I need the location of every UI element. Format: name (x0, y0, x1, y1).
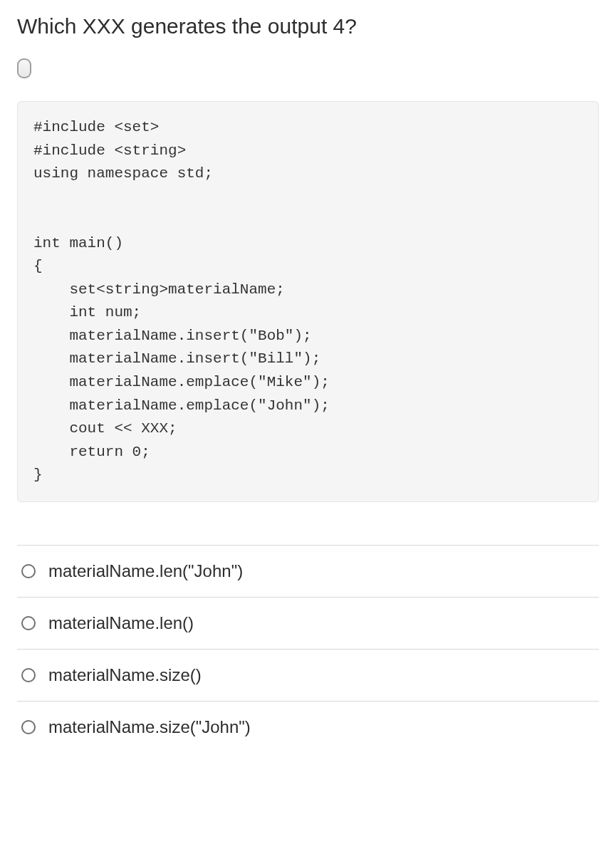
radio-icon[interactable] (21, 668, 36, 682)
option-label: materialName.len("John") (48, 561, 243, 581)
radio-icon[interactable] (21, 616, 36, 630)
option-row[interactable]: materialName.len() (17, 597, 599, 649)
option-row[interactable]: materialName.len("John") (17, 545, 599, 597)
option-row[interactable]: materialName.size() (17, 649, 599, 701)
bookmark-icon[interactable] (17, 58, 31, 78)
option-label: materialName.size("John") (48, 717, 251, 737)
option-row[interactable]: materialName.size("John") (17, 701, 599, 753)
option-label: materialName.len() (48, 613, 194, 633)
radio-icon[interactable] (21, 720, 36, 734)
flag-button-wrap (17, 58, 599, 81)
answer-options: materialName.len("John") materialName.le… (17, 545, 599, 753)
radio-icon[interactable] (21, 564, 36, 578)
option-label: materialName.size() (48, 665, 202, 685)
code-block: #include <set> #include <string> using n… (17, 101, 599, 502)
question-title: Which XXX generates the output 4? (17, 14, 599, 38)
